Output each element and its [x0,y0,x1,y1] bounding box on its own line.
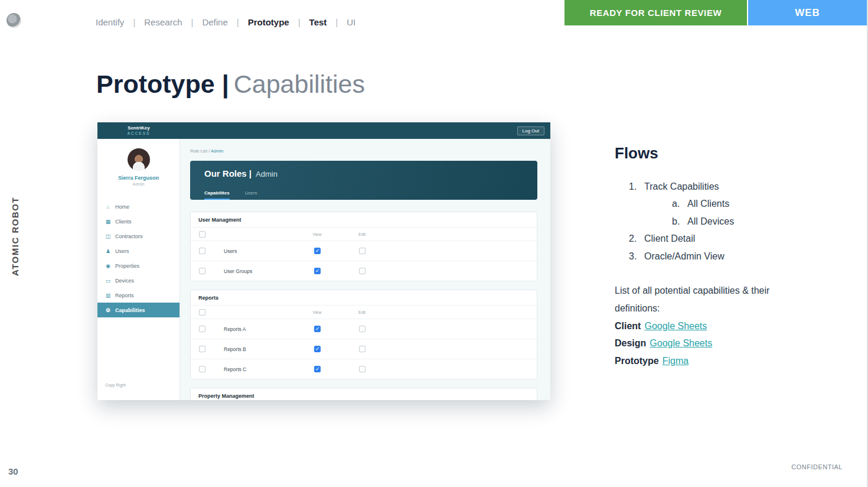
breadcrumb-path[interactable]: Role List / [190,148,210,154]
app-sidebar: Sierra Ferguson Admin ⌂ Home ▦ Clients ◫… [97,139,180,400]
column-header-edit: Edit [358,232,366,236]
page-title-primary: Prototype | [96,70,229,98]
flow-marker: b. [615,216,672,227]
sidebar-item-clients[interactable]: ▦ Clients [97,214,180,229]
nav-item-research[interactable]: Research [144,17,182,27]
nav-item-test[interactable]: Test [309,17,327,27]
flow-subitem: b. All Devices [615,213,845,230]
contractors-icon: ◫ [105,233,111,239]
app-logo-line2: ACCESS [97,131,180,135]
flow-text: Oracle/Admin View [644,251,725,262]
nav-separator: | [237,17,239,27]
view-checkbox[interactable] [314,326,321,332]
table-row: Reports C [191,359,537,379]
breadcrumb-current: Admin [211,148,223,154]
row-label: Users [224,248,295,254]
google-sheets-link[interactable]: Google Sheets [650,338,712,348]
flow-marker: 3. [615,251,644,262]
sidebar-item-label: Properties [115,263,139,269]
roles-banner-title: Our Roles |Admin [204,168,537,179]
atomic-robot-vertical-brand: ATOMIC ROBOT [10,197,20,276]
edit-checkbox[interactable] [359,248,366,254]
column-header-view: View [312,232,321,236]
nav-separator: | [133,17,135,27]
roles-banner-title-bold: Our Roles | [204,168,252,178]
roles-banner-title-light: Admin [256,170,278,178]
sidebar-item-label: Home [115,204,129,210]
flow-item: 1. Track Capabilities [615,178,845,196]
sidebar-item-label: Reports [115,293,134,298]
nav-item-ui[interactable]: UI [347,17,355,27]
select-all-checkbox[interactable] [199,231,205,238]
tab-users[interactable]: Users [245,190,257,200]
resource-label: Client [615,321,641,331]
breadcrumb: Role List / Admin [190,148,537,154]
sidebar-item-devices[interactable]: ▭ Devices [97,273,180,288]
home-icon: ⌂ [105,204,111,210]
app-logo: SentriKey ACCESS [97,126,180,135]
flow-text: All Clients [687,199,729,209]
table-row: Users [191,241,537,261]
row-checkbox[interactable] [199,366,205,372]
process-step-nav: Identify | Research | Define | Prototype… [96,14,355,30]
edit-checkbox[interactable] [359,268,366,274]
row-label: Reports C [224,366,295,372]
roles-banner: Our Roles |Admin Capabilites Users [190,161,537,200]
select-all-checkbox[interactable] [199,309,205,316]
view-checkbox[interactable] [314,268,321,274]
page-number: 30 [8,466,18,476]
section-reports: Reports View Edit Reports A Reports B [190,290,537,379]
google-sheets-link[interactable]: Google Sheets [644,321,707,331]
prototype-screenshot: SentriKey ACCESS Log Out Sierra Ferguson… [97,122,550,400]
nav-item-prototype[interactable]: Prototype [248,17,289,27]
figma-link[interactable]: Figma [663,356,688,366]
sidebar-item-reports[interactable]: ▥ Reports [97,288,180,303]
resource-line-prototype: PrototypeFigma [615,352,845,370]
edit-checkbox[interactable] [359,346,366,352]
flow-marker: 1. [615,181,644,192]
page-title-secondary: Capabilities [234,70,365,98]
nav-item-identify[interactable]: Identify [96,17,124,27]
resource-line-client: ClientGoogle Sheets [615,317,845,335]
flow-subitem: a. All Clients [615,196,845,213]
sidebar-item-home[interactable]: ⌂ Home [97,199,180,214]
view-checkbox[interactable] [314,366,321,372]
logout-button[interactable]: Log Out [517,126,544,135]
sidebar-item-label: Clients [115,219,132,225]
view-checkbox[interactable] [314,248,321,254]
row-checkbox[interactable] [199,326,205,332]
sidebar-item-properties[interactable]: ◉ Properties [97,258,180,273]
flow-item: 2. Client Detail [615,230,845,248]
view-checkbox[interactable] [314,346,321,352]
flows-panel: Flows 1. Track Capabilities a. All Clien… [615,144,845,369]
flow-text: Client Detail [644,233,695,244]
flows-description: List of all potential capabilities & the… [615,282,815,317]
nav-separator: | [191,17,193,27]
nav-item-define[interactable]: Define [202,17,227,27]
profile-role: Admin [97,182,180,186]
copyright-text: Copy Right [105,383,126,387]
resource-label: Design [615,338,646,348]
row-checkbox[interactable] [199,268,205,274]
nav-separator: | [335,17,338,27]
edit-checkbox[interactable] [359,366,366,372]
sidebar-item-users[interactable]: ♟ Users [97,244,180,258]
ready-for-client-review-button[interactable]: READY FOR CLIENT REVIEW [564,0,747,25]
devices-icon: ▭ [105,278,111,284]
tab-capabilities[interactable]: Capabilites [204,190,230,200]
edit-checkbox[interactable] [359,326,366,332]
web-button[interactable]: WEB [748,0,867,25]
flow-marker: a. [615,199,672,209]
section-title: Property Management [191,388,537,400]
resource-line-design: DesignGoogle Sheets [615,335,845,352]
row-checkbox[interactable] [199,248,205,254]
app-logo-line1: SentriKey [97,126,180,131]
sidebar-item-contractors[interactable]: ◫ Contractors [97,229,180,244]
properties-icon: ◉ [105,263,111,269]
flow-text: Track Capabilities [644,181,719,192]
column-header-view: View [312,310,321,314]
row-checkbox[interactable] [199,346,205,352]
table-header-row: View Edit [191,228,537,241]
sidebar-item-capabilities[interactable]: ⚙ Capabilities [97,303,180,317]
profile-name: Sierra Ferguson [97,175,180,181]
